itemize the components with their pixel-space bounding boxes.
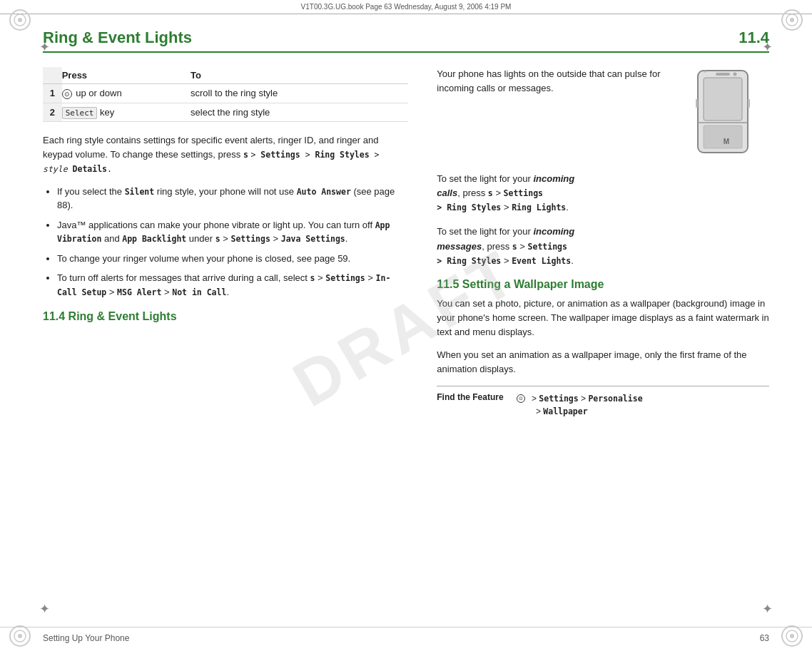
svg-point-15 [734, 73, 737, 76]
incoming-messages-text: To set the light for your incomingmessag… [437, 225, 769, 267]
table-header-to: To [191, 67, 408, 84]
svg-point-20 [704, 70, 706, 73]
footer-left: Setting Up Your Phone [43, 633, 760, 643]
select-key-badge: Select [62, 107, 98, 119]
book-reference-bar: V1T00.3G.UG.book Page 63 Wednesday, Augu… [0, 0, 812, 14]
page-title-text: Ring & Event Lights [43, 29, 192, 47]
row-2-press-label: key [100, 107, 114, 118]
row-1-press: ⊙ up or down [62, 84, 191, 103]
page-title-number: 11.4 [739, 29, 769, 47]
wallpaper-body-1: You can set a photo, picture, or animati… [437, 297, 769, 339]
menu-icon-dot: ⊙ [517, 394, 525, 403]
wallpaper-section-heading: 11.5 Setting a Wallpaper Image [437, 278, 769, 291]
phone-illustration: M [691, 67, 769, 162]
right-column: Your phone has lights on the outside tha… [430, 67, 769, 418]
table-header-press: Press [62, 67, 191, 84]
book-reference-text: V1T00.3G.UG.book Page 63 Wednesday, Augu… [301, 3, 512, 11]
find-feature-path2: > Wallpaper [517, 406, 587, 416]
page-footer: Setting Up Your Phone 63 [0, 627, 812, 643]
row-number-2: 2 [43, 103, 62, 121]
svg-text:M: M [724, 138, 729, 145]
table-header-blank [43, 67, 62, 84]
incoming-calls-text: To set the light for your incomingcalls,… [437, 172, 769, 215]
page-title-bar: Ring & Event Lights 11.4 [43, 29, 769, 53]
wallpaper-section: 11.5 Setting a Wallpaper Image You can s… [437, 278, 769, 418]
svg-rect-18 [696, 99, 698, 108]
table-row: 1 ⊙ up or down scroll to the ring style [43, 84, 408, 103]
find-feature-path1: > Settings > Personalise [529, 394, 643, 404]
incoming-calls-block: To set the light for your incomingcalls,… [437, 172, 769, 215]
svg-rect-13 [704, 78, 742, 121]
table-row: 2 Select key select the ring style [43, 103, 408, 121]
phone-svg: M [691, 67, 762, 160]
cross-decor-br: ✦ [762, 601, 773, 617]
bullet-item-4: To turn off alerts for messages that arr… [57, 271, 408, 299]
row-2-press: Select key [62, 103, 191, 121]
bullet-item-2: Java™ applications can make your phone v… [57, 218, 408, 246]
row-2-to: select the ring style [191, 103, 408, 121]
svg-rect-19 [748, 99, 750, 108]
intro-with-phone: Your phone has lights on the outside tha… [437, 67, 769, 162]
bullet-item-3: To change your ringer volume when your p… [57, 252, 408, 266]
nav-icon: ⊙ [62, 89, 72, 99]
row-1-to: scroll to the ring style [191, 84, 408, 103]
bullet-item-1: If you select the Silent ring style, you… [57, 185, 408, 212]
footer-page-number: 63 [760, 633, 769, 643]
row-number-1: 1 [43, 84, 62, 103]
left-column: Press To 1 ⊙ up or down scroll to the ri… [43, 67, 408, 418]
find-feature-label: Find the Feature [437, 392, 508, 402]
find-feature-path: ⊙ > Settings > Personalise > Wallpaper [517, 392, 642, 419]
incoming-messages-block: To set the light for your incomingmessag… [437, 225, 769, 267]
body-paragraph-1: Each ring style contains settings for sp… [43, 133, 408, 176]
section-heading-11-4: 11.4 Ring & Event Lights [43, 310, 408, 323]
row-1-press-text: up or down [76, 88, 121, 98]
intro-text: Your phone has lights on the outside tha… [437, 67, 682, 96]
cross-decor-bl: ✦ [39, 601, 50, 617]
find-feature-block: Find the Feature ⊙ > Settings > Personal… [437, 386, 769, 419]
svg-rect-14 [716, 73, 730, 76]
press-table: Press To 1 ⊙ up or down scroll to the ri… [43, 67, 408, 122]
bullet-list: If you select the Silent ring style, you… [57, 185, 408, 299]
wallpaper-body-2: When you set an animation as a wallpaper… [437, 348, 769, 376]
